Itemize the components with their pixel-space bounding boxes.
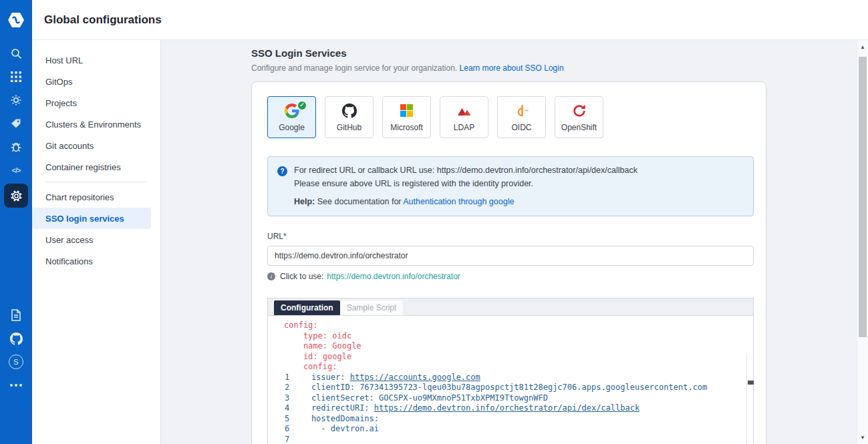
code-segment: clientSecret: GOCSPX-uo9MXmnoP51TxbXPMI9… <box>292 393 548 403</box>
line-number: 1 <box>268 373 292 383</box>
code-line: 1 issuer: https://accounts.google.com <box>268 373 753 383</box>
user-avatar[interactable]: S <box>9 355 23 369</box>
provider-tabs: Google✓GitHubMicrosoftLDAPOIDCOpenShift <box>267 96 752 138</box>
sidebar-item-host-url[interactable]: Host URL <box>32 49 151 71</box>
rail-nav: </> <box>4 46 28 214</box>
code-line: 7 <box>268 435 753 444</box>
sidebar-item-git-accounts[interactable]: Git accounts <box>32 135 151 156</box>
github-icon[interactable] <box>9 331 23 346</box>
github-icon <box>342 103 357 119</box>
global-config-icon[interactable] <box>4 184 28 208</box>
provider-card-oidc[interactable]: OIDC <box>497 96 546 138</box>
line-number: 4 <box>268 403 292 414</box>
editor-scrollbar-thumb[interactable] <box>748 381 754 385</box>
help-prefix: Help: <box>294 197 315 206</box>
more-options-icon[interactable] <box>9 378 23 393</box>
deployment-groups-icon[interactable] <box>9 116 23 131</box>
provider-label: GitHub <box>337 123 361 132</box>
config-sidebar: Host URLGitOpsProjectsClusters & Environ… <box>32 40 161 444</box>
applications-grid-icon[interactable] <box>9 69 23 84</box>
code-line: 4 redirectURI: https://demo.devtron.info… <box>268 403 753 414</box>
line-number: 3 <box>268 393 292 404</box>
provider-card-google[interactable]: Google✓ <box>267 96 316 138</box>
sidebar-item-chart-repositories[interactable]: Chart repositories <box>32 186 151 208</box>
code-area[interactable]: config: type: oidc name: Google id: goog… <box>268 316 753 444</box>
provider-card-microsoft[interactable]: Microsoft <box>382 96 431 138</box>
help-text: See documentation for <box>315 197 403 206</box>
code-segment: hostedDomains: <box>292 414 379 423</box>
click-to-use-link[interactable]: https://demo.devtron.info/orchestrator <box>327 272 460 281</box>
auth-doc-link[interactable]: Authentication through google <box>403 197 514 206</box>
sidebar-item-notifications[interactable]: Notifications <box>32 250 151 272</box>
documentation-icon[interactable] <box>9 308 23 322</box>
openshift-icon <box>572 103 587 119</box>
code-url-link: https://demo.devtron.info/orchestrator/a… <box>374 403 639 413</box>
provider-card-ldap[interactable]: LDAP <box>440 96 488 138</box>
search-icon[interactable] <box>9 46 23 61</box>
chart-store-icon[interactable]: </> <box>9 163 23 178</box>
info-box: ? For redirect URL or callback URL use: … <box>267 156 754 216</box>
info-line-2: Please ensure above URL is registered wi… <box>294 179 637 188</box>
code-readonly-line: name: Google <box>268 341 753 352</box>
left-icon-rail: </> S <box>0 0 32 444</box>
config-editor: ConfigurationSample Script config: type:… <box>267 298 754 444</box>
info-help-line: Help: See documentation for Authenticati… <box>294 197 637 206</box>
microsoft-icon <box>400 103 414 119</box>
code-line: 2 clientID: 767341395723-lqeu03bu78agpos… <box>268 383 753 393</box>
provider-card-openshift[interactable]: OpenShift <box>555 96 603 138</box>
provider-label: Google <box>279 123 305 132</box>
code-line: 3 clientSecret: GOCSPX-uo9MXmnoP51TxbXPM… <box>268 393 753 404</box>
jobs-icon[interactable] <box>9 93 23 107</box>
provider-label: OIDC <box>512 123 532 132</box>
code-readonly-line: config: <box>268 320 753 331</box>
oidc-icon <box>514 103 530 119</box>
code-segment: issuer: <box>292 373 350 382</box>
sso-card: Google✓GitHubMicrosoftLDAPOIDCOpenShift … <box>251 81 766 444</box>
page-scrollbar-thumb[interactable] <box>859 57 867 337</box>
devtron-logo-icon[interactable] <box>0 0 32 40</box>
page-scrollbar[interactable]: ▲ ▼ <box>857 40 868 444</box>
code-segment: clientID: 767341395723-lqeu03bu78agpospc… <box>292 383 707 392</box>
section-subtitle: Configure and manage login service for y… <box>251 63 766 73</box>
code-segment: redirectURI: <box>292 403 374 413</box>
app-window: </> S Global configurations Host URLGitO… <box>0 0 868 444</box>
code-text: hostedDomains: <box>292 414 379 425</box>
provider-label: LDAP <box>454 123 474 132</box>
security-bug-icon[interactable] <box>9 140 23 154</box>
sidebar-divider <box>45 182 147 182</box>
sidebar-item-user-access[interactable]: User access <box>32 229 151 250</box>
code-segment: - devtron.ai <box>292 424 379 433</box>
click-to-use-row: i Click to use: https://demo.devtron.inf… <box>267 272 752 281</box>
url-label: URL* <box>267 232 752 241</box>
sidebar-item-sso-login-services[interactable]: SSO login services <box>32 208 151 229</box>
click-to-use-label: Click to use: <box>280 272 323 281</box>
url-input[interactable] <box>267 246 754 266</box>
provider-card-github[interactable]: GitHub <box>325 96 374 138</box>
editor-scrollbar[interactable] <box>746 353 753 444</box>
editor-tab-sample-script[interactable]: Sample Script <box>340 300 404 315</box>
page-title: Global configurations <box>44 13 162 27</box>
line-number: 6 <box>268 424 292 435</box>
ldap-icon <box>456 103 472 119</box>
sidebar-item-projects[interactable]: Projects <box>32 92 151 114</box>
code-text: clientSecret: GOCSPX-uo9MXmnoP51TxbXPMI9… <box>292 393 548 404</box>
code-readonly-line: type: oidc <box>268 331 753 342</box>
provider-label: Microsoft <box>390 123 423 132</box>
scroll-up-arrow[interactable]: ▲ <box>857 44 868 50</box>
rail-bottom: S <box>9 308 23 401</box>
section-title: SSO Login Services <box>251 47 766 59</box>
sidebar-item-gitops[interactable]: GitOps <box>32 71 151 92</box>
line-number: 5 <box>268 414 292 425</box>
top-header: Global configurations <box>32 0 868 40</box>
code-line: 6 - devtron.ai <box>268 424 753 435</box>
editor-tab-configuration[interactable]: Configuration <box>274 300 340 315</box>
sidebar-item-container-registries[interactable]: Container registries <box>32 156 151 178</box>
learn-more-link[interactable]: Learn more about SSO Login <box>460 63 564 73</box>
info-i-icon: i <box>267 272 275 280</box>
editor-tabbar: ConfigurationSample Script <box>268 298 753 316</box>
code-text: - devtron.ai <box>292 424 379 435</box>
scroll-down-arrow[interactable]: ▼ <box>857 435 868 441</box>
code-text: clientID: 767341395723-lqeu03bu78agpospc… <box>292 383 707 393</box>
sidebar-item-clusters-environments[interactable]: Clusters & Environments <box>32 114 151 135</box>
line-number: 2 <box>268 383 292 393</box>
